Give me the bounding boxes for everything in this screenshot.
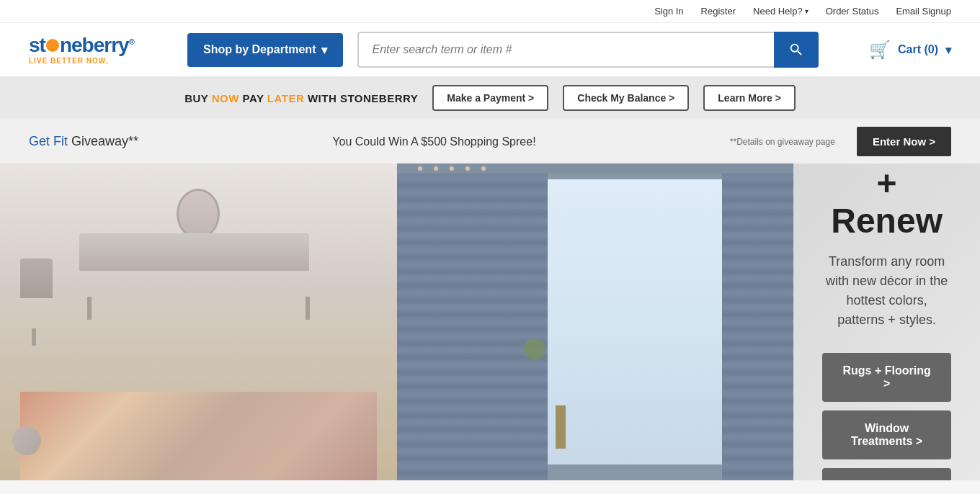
hero-section: Refresh + Renew Transform any room with …: [0, 163, 980, 480]
hero-buttons: Rugs + Flooring > Window Treatments > Al…: [822, 353, 951, 480]
promo-pay: PAY: [243, 92, 264, 104]
cart-label: Cart (0): [898, 43, 938, 56]
enter-now-button[interactable]: Enter Now >: [857, 127, 951, 156]
window-treatments-button[interactable]: Window Treatments >: [822, 410, 951, 459]
giveaway-banner: Get Fit Giveaway** You Could Win A $500 …: [0, 120, 980, 163]
plant-leaf: [524, 338, 545, 360]
curtain-right-panel: [722, 163, 793, 480]
top-nav: Sign In Register Need Help? ▾ Order Stat…: [0, 0, 980, 23]
rugs-flooring-button[interactable]: Rugs + Flooring >: [822, 353, 951, 402]
room-rug: [20, 392, 378, 480]
header: stneberry® LIVE BETTER NOW. Shop by Depa…: [0, 23, 980, 76]
all-home-decor-button[interactable]: All Home Décor >: [822, 468, 951, 480]
room-pouf: [12, 426, 41, 455]
learn-more-button[interactable]: Learn More >: [703, 85, 796, 111]
logo-brand: stneberry®: [29, 35, 173, 55]
cart-button[interactable]: 🛒 Cart (0) ▾: [869, 40, 951, 60]
table-leg-left: [87, 297, 92, 320]
logo-tagline: LIVE BETTER NOW.: [29, 57, 173, 65]
giveaway-details: **Details on giveaway page: [730, 137, 835, 147]
signin-link[interactable]: Sign In: [654, 6, 683, 17]
promo-later: later: [267, 92, 304, 104]
giveaway-title-rest: Giveaway**: [68, 134, 138, 148]
search-button[interactable]: [774, 32, 819, 68]
promo-with: WITH STONEBERRY: [308, 92, 418, 104]
chevron-down-icon: ▾: [945, 43, 951, 57]
order-status-link[interactable]: Order Status: [826, 6, 879, 17]
email-signup-link[interactable]: Email Signup: [896, 6, 951, 17]
search-input[interactable]: [357, 32, 774, 68]
giveaway-title: Get Fit Giveaway**: [29, 134, 138, 149]
plant-stem: [556, 405, 566, 449]
shop-by-department-label: Shop by Department: [203, 43, 316, 56]
shop-by-department-button[interactable]: Shop by Department ▾: [187, 33, 343, 67]
search-area: [357, 32, 819, 68]
hero-subtitle: Transform any room with new décor in the…: [822, 252, 951, 330]
curtain-left-panel: [397, 163, 548, 480]
room-table-top: [79, 233, 309, 271]
room-scene: [0, 163, 397, 480]
hero-content: Refresh + Renew Transform any room with …: [793, 163, 980, 480]
chevron-down-icon: ▾: [805, 7, 808, 15]
promo-now: now: [212, 92, 239, 104]
promo-banner: BUY now PAY later WITH STONEBERRY Make a…: [0, 76, 980, 120]
promo-text: BUY now PAY later WITH STONEBERRY: [184, 92, 418, 104]
hero-image-right: [397, 163, 794, 480]
cart-icon: 🛒: [869, 40, 891, 60]
chair-leg: [32, 328, 36, 346]
curtain-rings: [416, 165, 487, 172]
room-mirror: [177, 189, 220, 239]
logo-o-icon: [46, 39, 59, 52]
table-leg-right: [306, 297, 310, 320]
giveaway-body: You Could Win A $500 Shopping Spree!: [160, 135, 708, 148]
curtain-scene: [397, 163, 794, 480]
register-link[interactable]: Register: [701, 6, 736, 17]
giveaway-title-colored: Get Fit: [29, 134, 68, 148]
promo-buy: BUY: [184, 92, 208, 104]
check-balance-button[interactable]: Check My Balance >: [563, 85, 689, 111]
logo: stneberry® LIVE BETTER NOW.: [29, 35, 173, 65]
hero-title: Refresh + Renew: [822, 163, 951, 241]
chevron-down-icon: ▾: [321, 43, 327, 57]
make-payment-button[interactable]: Make a Payment >: [432, 85, 548, 111]
need-help-menu[interactable]: Need Help? ▾: [753, 6, 808, 17]
logo-reg: ®: [129, 37, 134, 45]
window-light: [548, 179, 722, 464]
room-chair: [20, 259, 53, 298]
hero-image-left: [0, 163, 397, 480]
need-help-link[interactable]: Need Help?: [753, 6, 803, 17]
search-icon: [788, 42, 804, 58]
